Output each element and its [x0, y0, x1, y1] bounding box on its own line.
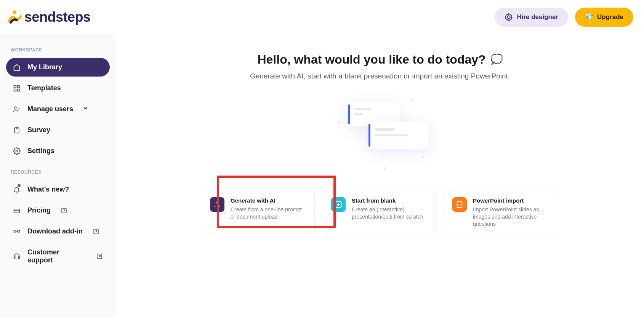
option-desc: Create an (interactive) presentation/qui… — [352, 206, 429, 221]
sidebar-heading-workspace: WORKSPACE — [11, 47, 110, 53]
ai-sparkle-icon — [210, 197, 224, 212]
tag-icon — [13, 207, 21, 214]
plus-square-icon — [331, 197, 346, 212]
svg-text:P: P — [458, 203, 461, 207]
sidebar-item-templates[interactable]: Templates — [6, 79, 110, 97]
page-title: Hello, what would you like to do today? … — [257, 53, 502, 67]
option-desc: Import PowerPoint slides as images and a… — [473, 206, 550, 228]
logo[interactable]: sendsteps — [7, 9, 91, 25]
external-link-icon — [61, 207, 67, 214]
svg-rect-5 — [14, 89, 16, 91]
option-title: Generate with AI — [231, 197, 308, 204]
grid-icon — [13, 85, 21, 92]
option-start-blank[interactable]: Start from blank Create an (interactive)… — [324, 190, 436, 235]
svg-rect-16 — [14, 257, 15, 259]
sidebar-item-pricing[interactable]: Pricing — [6, 201, 110, 220]
svg-rect-6 — [18, 89, 20, 91]
svg-rect-11 — [14, 209, 20, 213]
page-title-text: Hello, what would you like to do today? — [257, 53, 485, 67]
sidebar-item-my-library[interactable]: My Library — [6, 58, 110, 77]
sidebar-item-customer-support[interactable]: Customer support — [6, 243, 110, 270]
svg-point-1 — [506, 14, 512, 20]
option-generate-ai[interactable]: Generate with AI Create from a one-line … — [203, 190, 315, 235]
logo-icon — [7, 10, 22, 25]
svg-point-2 — [508, 16, 510, 18]
sidebar-item-label: What's new? — [27, 185, 69, 193]
target-icon — [505, 13, 513, 21]
svg-rect-3 — [14, 85, 16, 88]
sidebar-item-label: My Library — [27, 63, 62, 71]
upgrade-button[interactable]: 💎 Upgrade — [575, 8, 633, 27]
home-icon — [13, 64, 21, 71]
svg-point-7 — [14, 107, 17, 109]
svg-point-0 — [13, 10, 16, 14]
external-link-icon — [96, 253, 103, 260]
addon-icon — [13, 228, 21, 235]
hire-designer-label: Hire designer — [517, 13, 558, 21]
sidebar-item-label: Manage users — [27, 105, 73, 113]
hero-illustration — [131, 99, 629, 171]
user-plus-icon — [13, 105, 21, 113]
clipboard-icon — [13, 126, 21, 134]
option-desc: Create from a one-line prompt or documen… — [231, 206, 308, 221]
powerpoint-icon: P — [452, 197, 467, 212]
svg-rect-13 — [14, 230, 16, 232]
svg-point-10 — [16, 150, 18, 152]
option-title: Start from blank — [352, 197, 429, 204]
sidebar-item-label: Pricing — [27, 206, 51, 214]
sidebar-item-label: Survey — [27, 126, 50, 134]
headset-icon — [13, 252, 21, 260]
thought-icon: 💭 — [490, 54, 503, 66]
svg-rect-17 — [18, 257, 19, 259]
sidebar-item-whats-new[interactable]: What's new? — [6, 180, 110, 199]
sidebar-item-download-addin[interactable]: Download add-in — [6, 222, 110, 241]
hire-designer-button[interactable]: Hire designer — [495, 8, 568, 27]
sidebar-item-label: Templates — [27, 84, 61, 92]
diamond-icon: 💎 — [585, 13, 593, 21]
notification-dot-icon — [18, 184, 21, 187]
sidebar-item-label: Customer support — [27, 248, 86, 264]
main-content: Hello, what would you like to do today? … — [116, 34, 644, 318]
logo-text: sendsteps — [24, 9, 91, 25]
sidebar: WORKSPACE My Library Templates Manage us… — [0, 34, 116, 318]
external-link-icon — [93, 228, 99, 235]
sidebar-heading-resources: RESOURCES — [11, 169, 110, 175]
svg-rect-4 — [18, 85, 20, 88]
header: sendsteps Hire designer 💎 Upgrade — [0, 0, 644, 34]
option-title: PowerPoint import — [473, 197, 550, 204]
option-powerpoint-import[interactable]: P PowerPoint import Import PowerPoint sl… — [445, 190, 557, 235]
page-subtitle: Generate with AI, start with a blank pre… — [131, 72, 629, 80]
sidebar-item-label: Settings — [27, 147, 54, 155]
sidebar-item-manage-users[interactable]: Manage users — [6, 100, 110, 118]
gear-icon — [13, 147, 21, 155]
sidebar-item-settings[interactable]: Settings — [6, 142, 110, 160]
sidebar-item-label: Download add-in — [27, 227, 83, 235]
upgrade-label: Upgrade — [597, 13, 623, 21]
sidebar-item-survey[interactable]: Survey — [6, 121, 110, 139]
svg-rect-14 — [18, 230, 20, 232]
chevron-down-icon — [82, 105, 88, 113]
